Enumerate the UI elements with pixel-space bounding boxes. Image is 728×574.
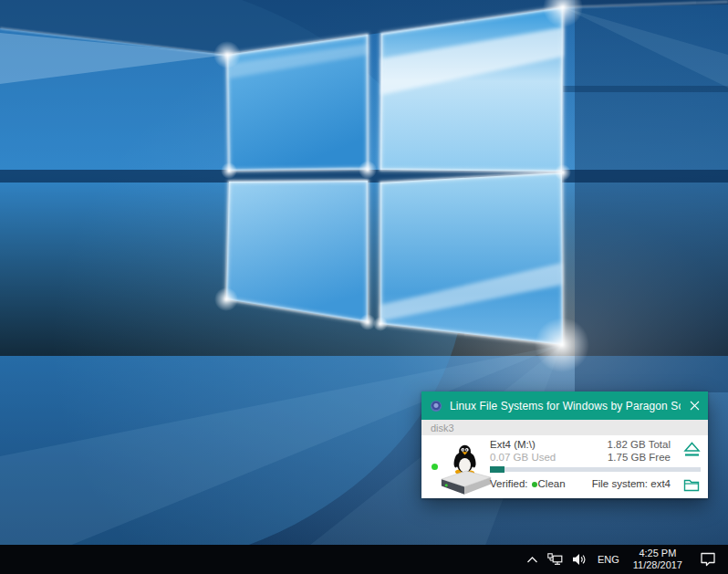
paragon-app-icon [431, 401, 442, 412]
drive-panel: Ext4 (M:\) 1.82 GB Total 0.07 GB Used 1.… [421, 435, 708, 498]
drive-used: 0.07 GB Used [490, 451, 556, 464]
close-icon [690, 401, 700, 411]
desktop: Linux File Systems for Windows by Parago… [0, 0, 728, 574]
filesystem-value: File system: ext4 [592, 477, 671, 490]
date: 11/28/2017 [633, 559, 682, 570]
drive-status-dot [432, 464, 438, 470]
paragon-linux-fs-window: Linux File Systems for Windows by Parago… [421, 391, 708, 498]
clean-text: Clean [538, 478, 566, 489]
volume-tray-button[interactable] [567, 545, 591, 574]
volume-icon [572, 553, 587, 566]
time: 4:25 PM [639, 548, 676, 558]
language-indicator[interactable]: ENG [591, 545, 626, 574]
clean-dot-icon [532, 482, 537, 487]
drive-details: Ext4 (M:\) 1.82 GB Total 0.07 GB Used 1.… [490, 438, 701, 490]
usage-bar-fill [490, 466, 504, 473]
disk-group-label: disk3 [431, 423, 454, 433]
drive-free: 1.75 GB Free [608, 451, 671, 464]
action-center-button[interactable] [695, 545, 721, 574]
network-icon [547, 553, 563, 566]
action-center-icon [700, 552, 716, 567]
close-button[interactable] [681, 391, 708, 420]
open-folder-button[interactable] [681, 475, 702, 494]
network-tray-button[interactable] [543, 545, 567, 574]
window-titlebar[interactable]: Linux File Systems for Windows by Parago… [421, 391, 708, 420]
usage-bar [490, 467, 701, 472]
eject-icon [683, 442, 701, 457]
linux-disk-icon [438, 444, 494, 496]
drive-line-3: Verified:Clean File system: ext4 [490, 477, 701, 490]
taskbar: ENG 4:25 PM 11/28/2017 [0, 545, 728, 574]
disk-group-header: disk3 [421, 420, 708, 435]
chevron-up-icon [526, 556, 538, 564]
show-hidden-icons-button[interactable] [522, 545, 543, 574]
drive-total: 1.82 GB Total [608, 438, 671, 451]
clock[interactable]: 4:25 PM 11/28/2017 [626, 545, 690, 574]
window-title: Linux File Systems for Windows by Parago… [450, 400, 681, 412]
folder-icon [683, 478, 700, 492]
drive-line-2: 0.07 GB Used 1.75 GB Free [490, 451, 701, 464]
drive-line-1: Ext4 (M:\) 1.82 GB Total [490, 438, 701, 451]
drive-name: Ext4 (M:\) [490, 438, 536, 451]
verified-status: Verified:Clean [490, 477, 566, 490]
verified-label: Verified: [490, 478, 528, 489]
eject-button[interactable] [681, 440, 702, 458]
clock-text: 4:25 PM 11/28/2017 [633, 548, 682, 571]
system-tray: ENG 4:25 PM 11/28/2017 [522, 545, 728, 574]
